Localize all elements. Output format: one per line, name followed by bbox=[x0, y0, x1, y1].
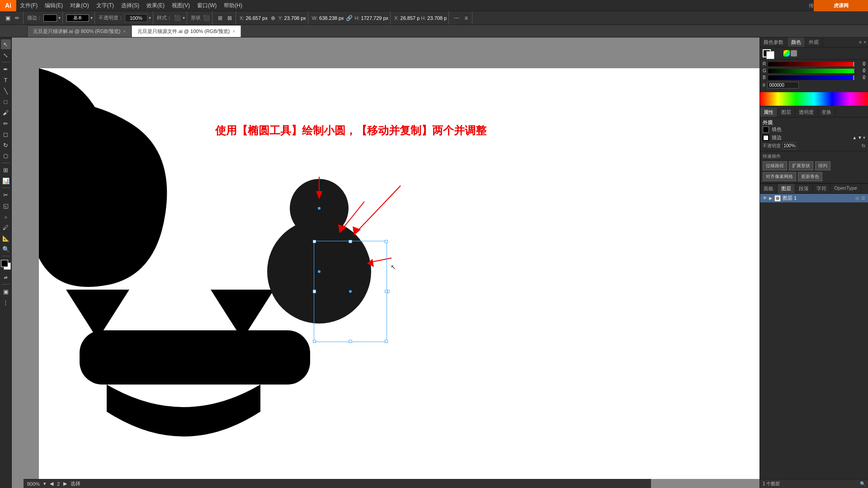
r-thumb[interactable] bbox=[853, 62, 854, 66]
stroke-up-icon[interactable]: ▲ bbox=[852, 135, 857, 140]
select-tool[interactable]: ↖ bbox=[1, 39, 11, 49]
zoom-in-icon[interactable]: 🔍 bbox=[860, 481, 865, 486]
menu-object[interactable]: 对象(O) bbox=[66, 0, 92, 11]
g-slider-row: G 0 bbox=[763, 68, 865, 73]
stroke-options-icon[interactable]: ▾ bbox=[863, 135, 865, 140]
more-options-icon[interactable]: ⋯ bbox=[453, 14, 461, 22]
slice-tool[interactable]: ✂ bbox=[1, 190, 11, 200]
layer-expand-icon[interactable]: ▶ bbox=[769, 196, 773, 201]
scale-tool[interactable]: ⊞ bbox=[1, 165, 11, 175]
line-tool[interactable]: ╲ bbox=[1, 86, 11, 96]
layer-visibility-icon[interactable]: 👁 bbox=[763, 196, 767, 201]
op-align-pixel[interactable]: 对齐像素网格 bbox=[763, 172, 796, 181]
eyedropper-tool[interactable]: 🖊 bbox=[1, 222, 11, 232]
stroke-color-swatch[interactable] bbox=[43, 14, 57, 22]
watermark: 虎课网 bbox=[814, 0, 868, 11]
b-slider[interactable] bbox=[768, 75, 854, 80]
blend-tool[interactable]: ⬦ bbox=[1, 211, 11, 221]
foreground-color[interactable] bbox=[1, 260, 8, 267]
page-nav-prev[interactable]: ◀ bbox=[50, 481, 53, 487]
tab-transparency[interactable]: 透明度 bbox=[795, 108, 818, 117]
layer-name[interactable]: 图层 1 bbox=[783, 195, 854, 202]
graph-tool[interactable]: 📊 bbox=[1, 176, 11, 186]
layers-panel: 面板 图层 段落 字符 OpenType 👁 ▶ 图层 1 ◎ ☰ bbox=[760, 183, 868, 479]
gradient-tool[interactable]: ◱ bbox=[1, 201, 11, 211]
opacity-outer-input[interactable] bbox=[783, 142, 796, 149]
align-icon-1[interactable]: ⊞ bbox=[216, 14, 224, 22]
hex-input[interactable] bbox=[767, 82, 799, 89]
layers-tab-panel[interactable]: 面板 bbox=[760, 184, 778, 193]
menu-effect[interactable]: 效果(E) bbox=[143, 0, 168, 11]
stroke-swatch[interactable] bbox=[766, 51, 774, 59]
stroke-width-box[interactable]: 基本 bbox=[66, 14, 89, 22]
canvas-area[interactable]: 使用【椭圆工具】绘制小圆，【移动并复制】两个并调整 ↖ 800% ▾ ◀ 2 ▶… bbox=[12, 38, 760, 488]
measure-tool[interactable]: 📐 bbox=[1, 233, 11, 243]
rect-tool[interactable]: □ bbox=[1, 97, 11, 107]
align-icon-2[interactable]: ⊠ bbox=[226, 14, 234, 22]
transform-group: X: 26.857 p H: 23.708 p bbox=[392, 11, 449, 24]
options-bar: ▣ ✏ 描边： ▾ 基本 ▾ 不透明度： ▾ 样式： ⬛ ▾ 形状 ⬛ ⊞ ⊠ … bbox=[0, 11, 868, 25]
op-update-cyan[interactable]: 更新青色 bbox=[798, 172, 822, 181]
menu-view[interactable]: 视图(V) bbox=[168, 0, 193, 11]
pencil-tool[interactable]: ✏ bbox=[1, 118, 11, 128]
layers-tab-paragraph[interactable]: 段落 bbox=[795, 184, 813, 193]
tab-appearance[interactable]: 外观 bbox=[805, 38, 823, 47]
selection-mode-icon[interactable]: ▣ bbox=[4, 14, 12, 22]
g-slider[interactable] bbox=[768, 69, 854, 73]
eraser-tool[interactable]: ◻ bbox=[1, 129, 11, 139]
layers-tab-opentype[interactable]: OpenType bbox=[830, 184, 861, 193]
screen-mode-icon[interactable]: ▣ bbox=[1, 286, 11, 296]
page-nav-next[interactable]: ▶ bbox=[63, 481, 67, 487]
layers-tab-character[interactable]: 字符 bbox=[813, 184, 830, 193]
pen-tool[interactable]: ✒ bbox=[1, 64, 11, 74]
tab-0[interactable]: 元旦是只猫讲解.ai @ 800% (RGB/预览) × bbox=[27, 25, 132, 37]
fill-color-swatch[interactable] bbox=[763, 127, 769, 133]
g-thumb[interactable] bbox=[853, 69, 854, 73]
tab-1[interactable]: 元旦是只猫源文件.ai @ 100% (RGB/预览) × bbox=[132, 25, 241, 37]
menu-select[interactable]: 选择(S) bbox=[118, 0, 143, 11]
stroke-down-icon[interactable]: ▼ bbox=[858, 135, 862, 140]
view-options-icon[interactable]: ⋮ bbox=[1, 297, 11, 307]
swap-colors-icon[interactable]: ⇄ bbox=[1, 272, 11, 282]
tab-color[interactable]: 颜色 bbox=[788, 38, 805, 47]
mirror-tool[interactable]: ⬡ bbox=[1, 151, 11, 161]
align2-icon[interactable]: ≡ bbox=[462, 14, 470, 22]
tab-color-params[interactable]: 颜色参数 bbox=[760, 38, 788, 47]
tab-0-close[interactable]: × bbox=[123, 29, 126, 34]
paintbrush-tool[interactable]: 🖌 bbox=[1, 108, 11, 117]
menu-edit[interactable]: 编辑(E) bbox=[41, 0, 66, 11]
menu-file[interactable]: 文件(F) bbox=[16, 0, 41, 11]
op-arrange[interactable]: 排列 bbox=[815, 161, 830, 170]
zoom-tool[interactable]: 🔍 bbox=[1, 244, 11, 254]
zoom-controls[interactable]: ▾ bbox=[43, 481, 46, 487]
none-icon[interactable] bbox=[791, 50, 797, 56]
menu-window[interactable]: 窗口(W) bbox=[193, 0, 220, 11]
menu-text[interactable]: 文字(T) bbox=[93, 0, 118, 11]
draw-mode-icon[interactable]: ✏ bbox=[13, 14, 21, 22]
tab-properties[interactable]: 属性 bbox=[760, 108, 778, 117]
tab-layers-prop[interactable]: 图层 bbox=[778, 108, 795, 117]
tab-1-close[interactable]: × bbox=[232, 29, 235, 34]
layers-tab-layers[interactable]: 图层 bbox=[778, 184, 795, 193]
tab-transform[interactable]: 变换 bbox=[818, 108, 835, 117]
layer-target-icon[interactable]: ◎ bbox=[855, 196, 859, 201]
op-position-path[interactable]: 位移路径 bbox=[763, 161, 787, 170]
panel-close-icon[interactable]: × bbox=[863, 40, 866, 45]
shape-icon[interactable]: ⬛ bbox=[202, 14, 210, 22]
op-expand-shape[interactable]: 扩展形状 bbox=[789, 161, 813, 170]
fx-label[interactable]: fx bbox=[862, 143, 865, 148]
stroke-color-swatch2[interactable] bbox=[763, 135, 769, 141]
layer-options-icon[interactable]: ☰ bbox=[861, 196, 865, 201]
color-mode-icon[interactable] bbox=[783, 50, 790, 56]
r-slider[interactable] bbox=[768, 62, 854, 66]
menu-help[interactable]: 帮助(H) bbox=[220, 0, 246, 11]
type-tool[interactable]: T bbox=[1, 75, 11, 85]
opacity-input[interactable] bbox=[125, 14, 147, 22]
direct-select-tool[interactable]: ⤡ bbox=[1, 50, 11, 60]
panel-expand-icon[interactable]: ≡ bbox=[859, 40, 862, 45]
b-thumb[interactable] bbox=[853, 75, 854, 80]
rotate-tool[interactable]: ↻ bbox=[1, 140, 11, 150]
bottom-info-bar: 1 个图层 🔍 bbox=[760, 479, 868, 488]
color-spectrum[interactable] bbox=[760, 92, 868, 106]
style-icon[interactable]: ⬛ bbox=[173, 14, 181, 22]
